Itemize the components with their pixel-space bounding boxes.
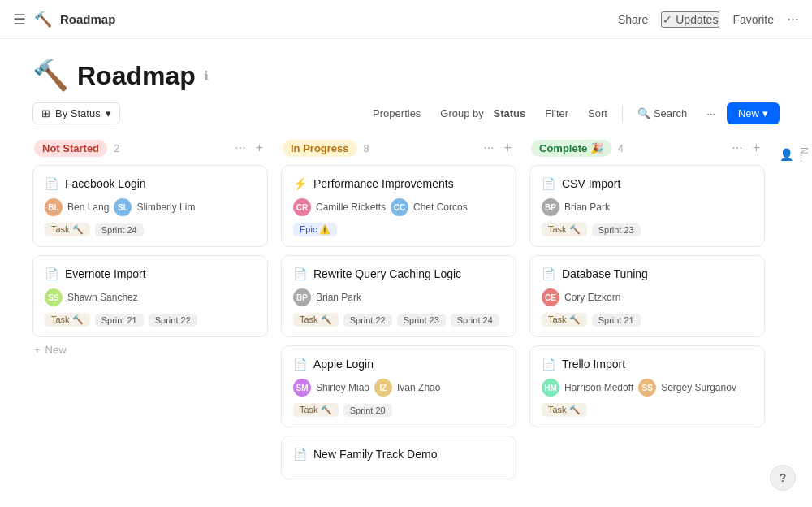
more-options-button[interactable]: ··· — [698, 103, 723, 124]
person-name: Brian Park — [564, 202, 610, 213]
doc-icon: 📄 — [45, 267, 58, 280]
col-actions-in-progress: ··· + — [480, 139, 515, 157]
tag-sprint: Sprint 22 — [149, 314, 197, 327]
person-name: Chet Corcos — [413, 202, 468, 213]
search-button[interactable]: 🔍 Search — [629, 103, 695, 124]
person-name: Cory Etzkorn — [564, 292, 620, 303]
doc-icon: 📄 — [542, 267, 555, 280]
toolbar: ⊞ By Status ▾ Properties Group by Status… — [0, 102, 812, 134]
table-row[interactable]: 📄 Evernote Import SS Shawn Sanchez Task … — [32, 255, 268, 337]
col-label-complete: Complete 🎉 — [531, 140, 611, 157]
nav-left: ☰ 🔨 Roadmap — [13, 11, 115, 28]
card-title: 📄 Rewrite Query Caching Logic — [293, 267, 504, 280]
add-new-button[interactable]: +New — [32, 337, 268, 362]
person-name: Brian Park — [316, 292, 361, 303]
card-tags: Task 🔨Sprint 21 — [542, 313, 753, 327]
by-status-button[interactable]: ⊞ By Status ▾ — [32, 102, 120, 124]
col-more-button-complete[interactable]: ··· — [728, 139, 745, 157]
avatar: BL — [45, 198, 63, 216]
col-more-button-in-progress[interactable]: ··· — [480, 139, 497, 157]
page-nav-icon: 🔨 — [34, 11, 52, 28]
check-icon: ✓ — [663, 13, 672, 26]
avatar: CR — [293, 198, 311, 216]
group-by-button[interactable]: Group by Status — [432, 103, 533, 124]
card-people: BP Brian Park — [542, 198, 753, 216]
board: Not Started 2 ··· + 📄 Facebook Login BL … — [0, 134, 812, 498]
tag-sprint: Sprint 21 — [592, 314, 641, 327]
table-row[interactable]: 📄 Apple Login SM Shirley MiaoIZ Ivan Zha… — [281, 345, 516, 427]
table-row[interactable]: 📄 Trello Import HM Harrison MedoffSS Ser… — [529, 345, 765, 427]
card-people: CE Cory Etzkorn — [542, 288, 753, 306]
card-tags: Task 🔨Sprint 20 — [293, 403, 504, 417]
col-actions-complete: ··· + — [728, 139, 763, 157]
card-title: 📄 Apple Login — [293, 358, 504, 370]
table-row[interactable]: 📄 CSV Import BP Brian Park Task 🔨Sprint … — [529, 165, 765, 247]
avatar: SS — [45, 288, 63, 306]
help-button[interactable]: ? — [770, 465, 796, 491]
favorite-button[interactable]: Favorite — [732, 13, 774, 26]
table-row[interactable]: 📄 Database Tuning CE Cory Etzkorn Task 🔨… — [529, 255, 765, 337]
card-people: BP Brian Park — [293, 288, 504, 306]
avatar: IZ — [374, 379, 392, 396]
card-people: SM Shirley MiaoIZ Ivan Zhao — [293, 379, 504, 396]
page-title: Roadmap — [77, 61, 196, 91]
col-header-complete: Complete 🎉 4 ··· + — [529, 134, 765, 165]
doc-icon: 📄 — [293, 267, 307, 280]
avatar: BP — [542, 198, 559, 216]
table-row[interactable]: 📄 Rewrite Query Caching Logic BP Brian P… — [281, 255, 516, 337]
table-row[interactable]: ⚡ Performance Improvements CR Camille Ri… — [281, 165, 516, 247]
card-title-text: CSV Import — [562, 177, 620, 190]
col-add-button-in-progress[interactable]: + — [501, 139, 515, 157]
card-title: 📄 Facebook Login — [45, 177, 256, 190]
col-add-button-complete[interactable]: + — [749, 139, 763, 157]
card-tags: Task 🔨 — [542, 403, 753, 417]
hidden-person-icon: 👤 — [780, 148, 793, 161]
card-people: HM Harrison MedoffSS Sergey Surganov — [542, 379, 753, 396]
info-icon[interactable]: ℹ — [204, 68, 209, 84]
new-button[interactable]: New ▾ — [727, 102, 780, 124]
more-menu-icon[interactable]: ··· — [787, 11, 799, 28]
nav-right: Share ✓ Updates Favorite ··· — [618, 11, 799, 28]
doc-icon: 📄 — [293, 358, 307, 370]
doc-icon: 📄 — [293, 448, 307, 461]
sort-button[interactable]: Sort — [580, 103, 615, 124]
properties-button[interactable]: Properties — [365, 103, 429, 124]
avatar: SL — [114, 198, 132, 216]
card-title: 📄 CSV Import — [542, 177, 753, 190]
card-title-text: New Family Track Demo — [313, 448, 437, 461]
filter-button[interactable]: Filter — [537, 103, 577, 124]
tag-sprint: Sprint 22 — [343, 314, 392, 327]
cards-complete: 📄 CSV Import BP Brian Park Task 🔨Sprint … — [529, 165, 765, 427]
card-people: SS Shawn Sanchez — [45, 288, 256, 306]
share-button[interactable]: Share — [618, 13, 648, 26]
col-label-in-progress: In Progress — [283, 140, 357, 157]
tag-task: Task 🔨 — [542, 313, 587, 327]
updates-button[interactable]: ✓ Updates — [661, 11, 719, 28]
top-nav: ☰ 🔨 Roadmap Share ✓ Updates Favorite ··· — [0, 0, 812, 39]
card-title: ⚡ Performance Improvements — [293, 177, 504, 190]
doc-icon: 📄 — [45, 177, 58, 190]
avatar: CE — [542, 288, 559, 306]
cards-in-progress: ⚡ Performance Improvements CR Camille Ri… — [281, 165, 516, 479]
tag-sprint: Sprint 20 — [343, 404, 392, 417]
hidden-label: N... — [798, 139, 810, 171]
toolbar-left: ⊞ By Status ▾ — [32, 102, 120, 124]
card-tags: Epic ⚠️ — [293, 223, 504, 236]
card-title: 📄 Evernote Import — [45, 267, 256, 280]
person-name: Slimberly Lim — [136, 202, 195, 213]
tag-sprint: Sprint 23 — [397, 314, 446, 327]
menu-icon[interactable]: ☰ — [13, 11, 26, 28]
card-title-text: Database Tuning — [562, 267, 648, 280]
col-more-button-not-started[interactable]: ··· — [231, 139, 248, 157]
person-name: Camille Ricketts — [316, 202, 386, 213]
table-row[interactable]: 📄 New Family Track Demo — [281, 436, 516, 479]
tag-task: Task 🔨 — [293, 403, 339, 417]
card-tags: Task 🔨Sprint 22Sprint 23Sprint 24 — [293, 313, 504, 327]
avatar: SS — [638, 379, 656, 396]
tag-sprint: Sprint 24 — [95, 223, 144, 236]
card-title: 📄 New Family Track Demo — [293, 448, 504, 461]
person-name: Ben Lang — [67, 202, 109, 213]
person-name: Shirley Miao — [316, 382, 369, 393]
col-add-button-not-started[interactable]: + — [253, 139, 266, 157]
table-row[interactable]: 📄 Facebook Login BL Ben LangSL Slimberly… — [32, 165, 268, 247]
